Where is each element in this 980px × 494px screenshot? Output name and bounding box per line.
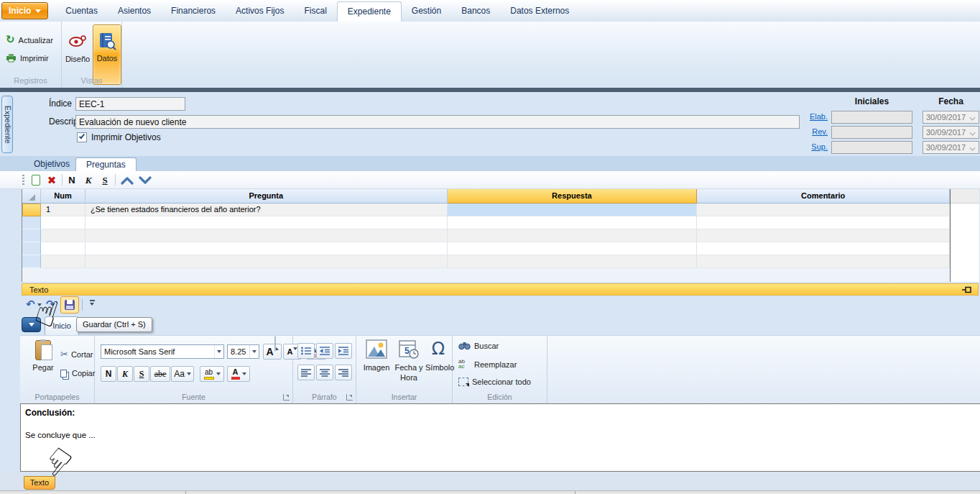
menu-item-activos-fijos[interactable]: Activos Fijos (226, 0, 294, 22)
expediente-side-tab[interactable]: Expediente (1, 96, 13, 153)
cell-comentario[interactable] (697, 216, 950, 229)
copy-button[interactable]: Copiar (60, 369, 95, 378)
cell-respuesta-selected[interactable] (448, 203, 698, 216)
menu-item-gestion[interactable]: Gestión (402, 0, 451, 22)
change-case-button[interactable]: Aa (171, 366, 194, 382)
column-header-pregunta[interactable]: Pregunta (85, 189, 448, 203)
italic-button[interactable]: K (81, 173, 96, 187)
pin-icon[interactable] (962, 286, 972, 293)
save-button[interactable] (60, 296, 79, 314)
cell-comentario[interactable] (697, 242, 950, 255)
chevron-down-icon[interactable] (214, 345, 223, 358)
chevron-down-icon[interactable] (970, 114, 976, 120)
insert-datetime-button[interactable]: 5 Fecha y Hora (394, 339, 424, 383)
toolbar-grip[interactable] (22, 175, 24, 186)
increase-indent-button[interactable] (335, 343, 352, 359)
highlight-color-button[interactable]: ab (200, 366, 224, 382)
cell-pregunta[interactable] (85, 229, 448, 242)
indice-field[interactable]: EEC-1 (75, 97, 185, 111)
font-family-combo[interactable]: Microsoft Sans Serif (101, 344, 224, 359)
cell-pregunta[interactable] (85, 216, 448, 229)
rev-fecha-picker[interactable]: 30/09/2017 (923, 126, 979, 139)
chevron-down-icon[interactable] (970, 145, 976, 150)
row-selector[interactable] (22, 242, 41, 255)
texto-panel-header[interactable]: Texto (22, 283, 979, 296)
cell-num[interactable] (41, 216, 85, 229)
select-all-corner[interactable] (22, 189, 41, 203)
cell-pregunta[interactable] (85, 242, 448, 255)
splitter-divider[interactable] (185, 491, 186, 494)
menu-item-fiscal[interactable]: Fiscal (294, 0, 336, 22)
descripcion-field[interactable]: Evaluación de nuevo cliente (75, 115, 800, 129)
cell-respuesta[interactable] (448, 229, 698, 242)
chevron-down-icon[interactable] (970, 129, 976, 135)
find-button[interactable]: Buscar (458, 342, 499, 350)
font-color-button[interactable]: A (227, 366, 250, 382)
strikethrough-button[interactable]: abe (150, 366, 170, 382)
parrafo-dialog-launcher[interactable] (346, 394, 353, 401)
cell-num[interactable] (41, 255, 85, 268)
align-right-button[interactable] (335, 365, 352, 380)
row-selector[interactable] (22, 216, 41, 229)
cell-comentario[interactable] (697, 255, 950, 268)
rev-link[interactable]: Rev. (785, 127, 828, 136)
move-up-button[interactable] (119, 173, 136, 187)
column-header-num[interactable]: Num (41, 189, 85, 203)
paste-button[interactable]: Pegar (27, 340, 59, 372)
menu-item-financieros[interactable]: Financieros (161, 0, 226, 22)
replace-button[interactable]: abac Reemplazar (458, 360, 517, 370)
underline-button[interactable]: S (134, 366, 149, 382)
fuente-dialog-launcher[interactable] (283, 394, 290, 401)
elab-iniciales-field[interactable] (831, 111, 912, 124)
cut-button[interactable]: ✂ Cortar (60, 349, 93, 360)
bold-button[interactable]: N (65, 173, 79, 187)
imprimir-objetivos-checkbox[interactable] (77, 132, 87, 142)
splitter-divider[interactable] (575, 491, 575, 494)
new-row-button[interactable] (29, 173, 43, 187)
delete-row-button[interactable]: ✖ (45, 173, 59, 187)
insert-symbol-button[interactable]: Ω Símbolo (425, 339, 451, 372)
chevron-down-icon[interactable] (249, 345, 259, 358)
column-header-respuesta[interactable]: Respuesta (448, 189, 698, 203)
elab-fecha-picker[interactable]: 30/09/2017 (923, 111, 979, 124)
sup-fecha-picker[interactable]: 30/09/2017 (923, 141, 979, 154)
grow-font-button[interactable]: A (263, 344, 282, 360)
tab-preguntas[interactable]: Preguntas (75, 157, 137, 171)
row-selector-current[interactable] (22, 203, 41, 216)
sup-iniciales-field[interactable] (831, 141, 912, 154)
cell-pregunta[interactable]: ¿Se tienen estados financieros del año a… (85, 203, 448, 216)
menu-item-datos-externos[interactable]: Datos Externos (500, 0, 579, 22)
cell-pregunta[interactable] (85, 255, 448, 268)
font-size-combo[interactable]: 8.25 (227, 344, 259, 359)
rich-text-editor-canvas[interactable]: Conclusión: Se concluye que ... (20, 403, 980, 472)
align-center-button[interactable] (316, 365, 333, 380)
italic-button[interactable]: K (117, 366, 133, 382)
cell-num[interactable]: 1 (41, 203, 85, 216)
cell-num[interactable] (41, 242, 85, 255)
cell-comentario[interactable] (697, 203, 950, 216)
column-header-comentario[interactable]: Comentario (697, 189, 950, 203)
row-selector[interactable] (22, 229, 41, 242)
actualizar-button[interactable]: ↻ Actualizar (6, 35, 53, 45)
cell-respuesta[interactable] (448, 216, 698, 229)
menu-item-cuentas[interactable]: Cuentas (55, 0, 108, 22)
menu-item-bancos[interactable]: Bancos (451, 0, 500, 22)
sup-link[interactable]: Sup. (785, 142, 828, 151)
menu-item-asientos[interactable]: Asientos (108, 0, 161, 22)
imprimir-button[interactable]: Imprimir (6, 53, 49, 63)
tab-objetivos[interactable]: Objetivos (24, 157, 80, 171)
cell-num[interactable] (41, 229, 85, 242)
cell-respuesta[interactable] (448, 242, 698, 255)
bullet-list-button[interactable] (297, 343, 315, 359)
menu-item-expediente[interactable]: Expediente (337, 1, 402, 22)
decrease-indent-button[interactable] (316, 343, 333, 359)
toolbar-options-button[interactable] (88, 300, 96, 306)
elab-link[interactable]: Elab. (785, 112, 828, 121)
align-left-button[interactable] (297, 365, 315, 380)
cell-comentario[interactable] (697, 229, 950, 242)
rev-iniciales-field[interactable] (831, 126, 912, 139)
row-selector[interactable] (22, 255, 41, 268)
move-down-button[interactable] (137, 173, 154, 187)
cell-respuesta[interactable] (448, 255, 698, 268)
underline-button[interactable]: S (98, 173, 112, 187)
